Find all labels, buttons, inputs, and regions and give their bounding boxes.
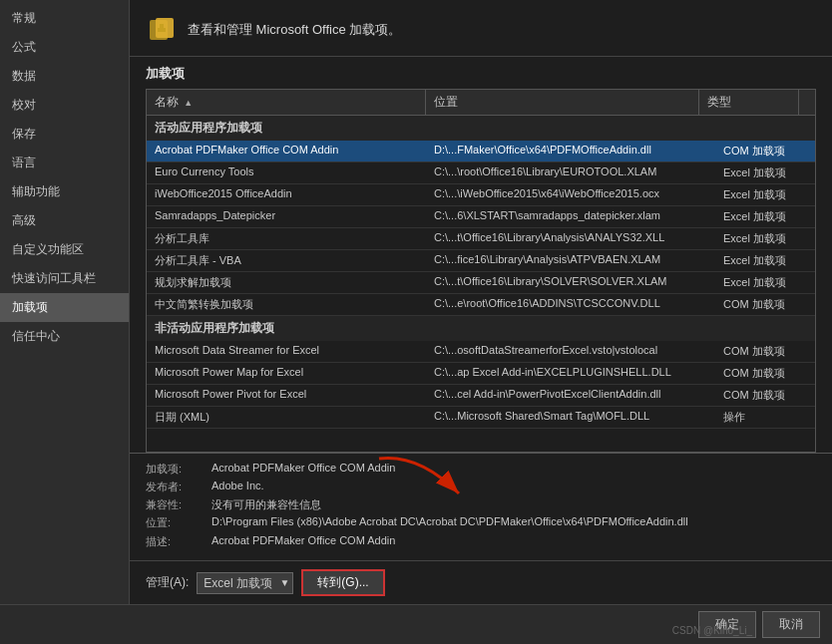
- detail-location: 位置: D:\Program Files (x86)\Adobe Acrobat…: [146, 515, 816, 530]
- sidebar-item-trust-center[interactable]: 信任中心: [0, 322, 129, 351]
- cell-name: 日期 (XML): [147, 407, 426, 428]
- cell-name: Microsoft Power Map for Excel: [147, 363, 426, 384]
- addin-value: Acrobat PDFMaker Office COM Addin: [211, 462, 816, 477]
- section-title: 加载项: [130, 57, 832, 89]
- description-label: 描述:: [146, 534, 206, 549]
- detail-publisher: 发布者: Adobe Inc.: [146, 480, 816, 494]
- table-row[interactable]: Microsoft Power Map for Excel C:\...ap E…: [147, 363, 815, 385]
- table-row[interactable]: 规划求解加载项 C:\...t\Office16\Library\SOLVER\…: [147, 272, 815, 294]
- table-row[interactable]: 中文简繁转换加载项 C:\...e\root\Office16\ADDINS\T…: [147, 294, 815, 316]
- cell-location: C:\...\iWebOffice2015\x64\iWebOffice2015…: [426, 184, 715, 205]
- cell-location: C:\...ap Excel Add-in\EXCELPLUGINSHELL.D…: [426, 363, 715, 384]
- table-row[interactable]: Microsoft Power Pivot for Excel C:\...ce…: [147, 385, 815, 407]
- cell-name: Samradapps_Datepicker: [147, 206, 426, 227]
- cell-location: C:\...Microsoft Shared\Smart Tag\MOFL.DL…: [426, 407, 715, 428]
- cell-name: Microsoft Data Streamer for Excel: [147, 341, 426, 362]
- content-header: 查看和管理 Microsoft Office 加载项。: [130, 0, 832, 57]
- sidebar: 常规 公式 数据 校对 保存 语言 辅助功能 高级 自定义功能区 快速访问工具栏…: [0, 0, 130, 604]
- cell-location: C:\...osoftDataStreamerforExcel.vsto|vst…: [426, 341, 715, 362]
- sidebar-item-language[interactable]: 语言: [0, 149, 129, 177]
- cell-type: COM 加载项: [715, 385, 815, 406]
- sidebar-item-data[interactable]: 数据: [0, 62, 129, 91]
- sidebar-item-customize-ribbon[interactable]: 自定义功能区: [0, 235, 129, 264]
- manage-select[interactable]: Excel 加载项 COM 加载项 操作: [197, 572, 293, 594]
- cell-location: C:\...\root\Office16\Library\EUROTOOL.XL…: [426, 162, 715, 183]
- sidebar-item-formula[interactable]: 公式: [0, 33, 129, 62]
- svg-rect-3: [158, 28, 166, 32]
- cell-name: 中文简繁转换加载项: [147, 294, 426, 315]
- sidebar-item-quick-access[interactable]: 快速访问工具栏: [0, 264, 129, 293]
- watermark: CSDN @Kino_Li_: [672, 625, 752, 636]
- location-value: D:\Program Files (x86)\Adobe Acrobat DC\…: [211, 515, 816, 530]
- table-row[interactable]: 日期 (XML) C:\...Microsoft Shared\Smart Ta…: [147, 407, 815, 429]
- cell-name: Microsoft Power Pivot for Excel: [147, 385, 426, 406]
- cell-location: D:\...FMaker\Office\x64\PDFMOfficeAddin.…: [426, 141, 715, 161]
- table-row[interactable]: Euro Currency Tools C:\...\root\Office16…: [147, 162, 815, 184]
- cell-name: iWebOffice2015 OfficeAddin: [147, 184, 426, 205]
- table-row[interactable]: Acrobat PDFMaker Office COM Addin D:\...…: [147, 141, 815, 162]
- sidebar-item-proofing[interactable]: 校对: [0, 91, 129, 120]
- cell-type: 操作: [715, 407, 815, 428]
- cell-type: Excel 加载项: [715, 250, 815, 271]
- manage-label: 管理(A):: [146, 574, 189, 591]
- sort-icon: ▲: [184, 98, 193, 108]
- addins-table: 名称 ▲ 位置 类型 活动应用程序加载项 Acrobat PDFMaker Of…: [146, 89, 816, 453]
- cell-location: C:\...cel Add-in\PowerPivotExcelClientAd…: [426, 385, 715, 406]
- cell-name: 规划求解加载项: [147, 272, 426, 293]
- cell-type: Excel 加载项: [715, 184, 815, 205]
- sidebar-item-general[interactable]: 常规: [0, 4, 129, 33]
- cell-type: COM 加载项: [715, 363, 815, 384]
- dialog-footer: CSDN @Kino_Li_ 确定 取消: [0, 604, 832, 644]
- col-location[interactable]: 位置: [426, 90, 699, 115]
- description-value: Acrobat PDFMaker Office COM Addin: [211, 534, 816, 549]
- group-active: 活动应用程序加载项: [147, 116, 815, 141]
- table-body[interactable]: 活动应用程序加载项 Acrobat PDFMaker Office COM Ad…: [147, 116, 815, 452]
- location-label: 位置:: [146, 515, 206, 530]
- detail-compatibility: 兼容性: 没有可用的兼容性信息: [146, 497, 816, 512]
- compatibility-value: 没有可用的兼容性信息: [211, 497, 816, 512]
- manage-select-wrapper[interactable]: Excel 加载项 COM 加载项 操作 ▼: [197, 572, 293, 594]
- table-row[interactable]: 分析工具库 - VBA C:\...fice16\Library\Analysi…: [147, 250, 815, 272]
- cell-location: C:\...t\Office16\Library\SOLVER\SOLVER.X…: [426, 272, 715, 293]
- cell-location: C:\...t\Office16\Library\Analysis\ANALYS…: [426, 228, 715, 249]
- cell-type: Excel 加载项: [715, 228, 815, 249]
- cell-location: C:\...e\root\Office16\ADDINS\TCSCCONV.DL…: [426, 294, 715, 315]
- cell-location: C:\...6\XLSTART\samradapps_datepicker.xl…: [426, 206, 715, 227]
- goto-button[interactable]: 转到(G)...: [301, 569, 384, 596]
- bottom-bar: 管理(A): Excel 加载项 COM 加载项 操作 ▼ 转到(G)...: [130, 560, 832, 604]
- sidebar-item-addins[interactable]: 加载项: [0, 293, 129, 322]
- cell-name: 分析工具库 - VBA: [147, 250, 426, 271]
- sidebar-item-accessibility[interactable]: 辅助功能: [0, 177, 129, 206]
- table-header: 名称 ▲ 位置 类型: [147, 90, 815, 116]
- cell-type: COM 加载项: [715, 294, 815, 315]
- cell-name: 分析工具库: [147, 228, 426, 249]
- addin-label: 加载项:: [146, 462, 206, 477]
- cell-type: Excel 加载项: [715, 162, 815, 183]
- table-row[interactable]: Samradapps_Datepicker C:\...6\XLSTART\sa…: [147, 206, 815, 228]
- cell-name: Acrobat PDFMaker Office COM Addin: [147, 141, 426, 161]
- cell-type: Excel 加载项: [715, 206, 815, 227]
- scrollbar-placeholder: [799, 90, 815, 115]
- cell-name: Euro Currency Tools: [147, 162, 426, 183]
- publisher-label: 发布者:: [146, 480, 206, 494]
- cell-type: Excel 加载项: [715, 272, 815, 293]
- group-inactive: 非活动应用程序加载项: [147, 316, 815, 341]
- table-row[interactable]: 分析工具库 C:\...t\Office16\Library\Analysis\…: [147, 228, 815, 250]
- detail-description: 描述: Acrobat PDFMaker Office COM Addin: [146, 534, 816, 549]
- cancel-button[interactable]: 取消: [762, 611, 820, 638]
- header-title: 查看和管理 Microsoft Office 加载项。: [188, 21, 401, 39]
- table-row[interactable]: iWebOffice2015 OfficeAddin C:\...\iWebOf…: [147, 184, 815, 206]
- cell-type: COM 加载项: [715, 141, 815, 161]
- sidebar-item-advanced[interactable]: 高级: [0, 206, 129, 235]
- office-addins-icon: [146, 14, 178, 46]
- detail-addin: 加载项: Acrobat PDFMaker Office COM Addin: [146, 462, 816, 477]
- col-type[interactable]: 类型: [699, 90, 799, 115]
- cell-location: C:\...fice16\Library\Analysis\ATPVBAEN.X…: [426, 250, 715, 271]
- table-row[interactable]: Microsoft Data Streamer for Excel C:\...…: [147, 341, 815, 363]
- main-content: 查看和管理 Microsoft Office 加载项。 加载项 名称 ▲ 位置 …: [130, 0, 832, 604]
- details-panel: 加载项: Acrobat PDFMaker Office COM Addin 发…: [130, 453, 832, 560]
- cell-type: COM 加载项: [715, 341, 815, 362]
- col-name[interactable]: 名称 ▲: [147, 90, 426, 115]
- sidebar-item-save[interactable]: 保存: [0, 120, 129, 149]
- compatibility-label: 兼容性:: [146, 497, 206, 512]
